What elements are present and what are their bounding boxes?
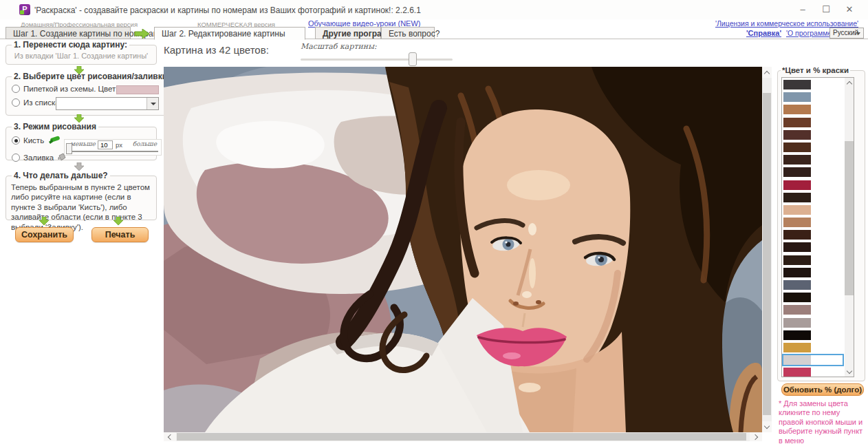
tab-step1[interactable]: Шаг 1. Создание картины по номерам — [6, 27, 131, 39]
license-link[interactable]: 'Лицензия и коммерческое использование' — [715, 19, 858, 28]
palette-row[interactable] — [783, 218, 843, 227]
palette-note: * Для замены цвета кликните по нему прав… — [779, 399, 864, 444]
fill-bucket-icon — [56, 152, 68, 162]
palette-swatch[interactable] — [783, 355, 811, 365]
palette-swatch[interactable] — [783, 268, 811, 277]
picture-zoom-slider[interactable] — [301, 59, 453, 61]
palette-row[interactable] — [783, 293, 843, 302]
canvas-vscrollbar[interactable] — [762, 67, 772, 432]
palette-row[interactable] — [783, 343, 843, 352]
palette-swatch[interactable] — [783, 105, 811, 114]
pipette-radio-label: Пипеткой из схемы. Цвет: — [23, 85, 118, 93]
palette-swatch[interactable] — [783, 118, 811, 127]
palette-scrollbar[interactable] — [845, 78, 854, 377]
palette-row[interactable] — [783, 80, 843, 89]
palette-row[interactable] — [783, 118, 843, 127]
vscroll-thumb[interactable] — [763, 93, 771, 415]
brush-radio-row[interactable]: Кисть меньше больше px — [12, 135, 152, 146]
brush-radio[interactable] — [12, 136, 20, 145]
green-arrow-icon — [39, 217, 49, 225]
list-radio-row[interactable]: Из списка: — [12, 98, 169, 107]
palette-list[interactable] — [781, 77, 854, 377]
minimize-button[interactable]: – — [791, 0, 814, 19]
palette-row[interactable] — [783, 180, 843, 190]
hscroll-thumb[interactable] — [177, 433, 746, 441]
pipette-color-well — [116, 85, 159, 94]
palette-swatch[interactable] — [783, 180, 811, 190]
tab-have-question[interactable]: Есть вопрос? — [381, 27, 435, 39]
palette-row[interactable] — [783, 130, 843, 140]
palette-row[interactable] — [783, 255, 843, 265]
picture-zoom-thumb[interactable] — [409, 52, 417, 66]
palette-swatch[interactable] — [783, 305, 811, 315]
palette-row[interactable] — [783, 280, 843, 290]
brush-size-input[interactable] — [98, 140, 113, 149]
palette-row[interactable] — [783, 193, 843, 202]
picture-zoom-label: Масштаб картины: — [301, 42, 377, 51]
palette-row[interactable] — [783, 242, 843, 252]
palette-swatch[interactable] — [783, 92, 811, 102]
canvas-hscrollbar[interactable] — [164, 432, 762, 441]
language-select[interactable]: Русский — [829, 28, 864, 39]
palette-row[interactable] — [783, 142, 843, 152]
print-button[interactable]: Печать — [91, 227, 149, 242]
palette-swatch[interactable] — [783, 218, 811, 227]
palette-scroll-thumb[interactable] — [845, 141, 854, 295]
green-arrow-icon — [113, 217, 123, 225]
palette-swatch[interactable] — [783, 167, 811, 177]
palette-row[interactable] — [783, 355, 843, 365]
palette-swatch[interactable] — [783, 205, 811, 215]
palette-row[interactable] — [783, 105, 843, 114]
palette-swatch[interactable] — [783, 293, 811, 302]
palette-swatch[interactable] — [783, 318, 811, 328]
tab-other-programs[interactable]: Другие программы — [315, 27, 381, 39]
palette-swatch[interactable] — [783, 193, 811, 202]
palette-swatch[interactable] — [783, 142, 811, 152]
about-link[interactable]: 'О программе' — [786, 29, 833, 37]
combo-dropdown-icon[interactable] — [147, 98, 158, 109]
palette-swatch[interactable] — [783, 230, 811, 240]
tab-step2[interactable]: Шаг 2. Редактирование картины — [154, 27, 305, 40]
update-percent-button[interactable]: Обновить % (долго) — [781, 383, 864, 396]
scroll-down-icon[interactable] — [762, 421, 772, 432]
scroll-right-icon[interactable] — [750, 432, 762, 441]
fill-radio-row[interactable]: Заливка — [12, 152, 152, 162]
pipette-radio-row[interactable]: Пипеткой из схемы. Цвет: — [12, 85, 169, 93]
palette-swatch[interactable] — [783, 242, 811, 252]
palette-row[interactable] — [783, 155, 843, 165]
step4-title: 4. Что делать дальше? — [12, 171, 110, 180]
list-radio[interactable] — [12, 98, 20, 107]
palette-row[interactable] — [783, 230, 843, 240]
palette-row[interactable] — [783, 167, 843, 177]
help-link[interactable]: 'Справка' — [746, 29, 781, 37]
close-button[interactable]: ✕ — [838, 0, 861, 19]
palette-row[interactable] — [783, 368, 843, 377]
scroll-left-icon[interactable] — [164, 432, 176, 441]
palette-row[interactable] — [783, 92, 843, 102]
px-label: px — [116, 141, 122, 149]
palette-swatch[interactable] — [783, 130, 811, 140]
palette-swatch[interactable] — [783, 330, 811, 340]
save-button[interactable]: Сохранить — [15, 227, 74, 242]
pipette-radio[interactable] — [12, 85, 20, 93]
palette-swatch[interactable] — [783, 280, 811, 290]
palette-row[interactable] — [783, 330, 843, 340]
fill-radio[interactable] — [12, 154, 20, 162]
window-title: 'Раскраска' - создавайте раскраски и кар… — [34, 6, 421, 15]
picture-canvas[interactable] — [164, 67, 762, 432]
palette-row[interactable] — [783, 205, 843, 215]
maximize-button[interactable]: ☐ — [814, 0, 838, 19]
palette-row[interactable] — [783, 268, 843, 277]
palette-row[interactable] — [783, 305, 843, 315]
palette-swatch[interactable] — [783, 80, 811, 89]
color-list-combobox[interactable] — [56, 97, 159, 110]
palette-swatch[interactable] — [783, 343, 811, 352]
palette-swatch[interactable] — [783, 155, 811, 165]
palette-scroll-up-icon[interactable] — [845, 78, 854, 87]
scroll-up-icon[interactable] — [762, 67, 772, 78]
palette-swatch[interactable] — [783, 368, 811, 377]
palette-scroll-down-icon[interactable] — [845, 367, 854, 377]
palette-row[interactable] — [783, 318, 843, 328]
step2-title: 2. Выберите цвет рисования/заливки — [12, 72, 169, 81]
palette-swatch[interactable] — [783, 255, 811, 265]
